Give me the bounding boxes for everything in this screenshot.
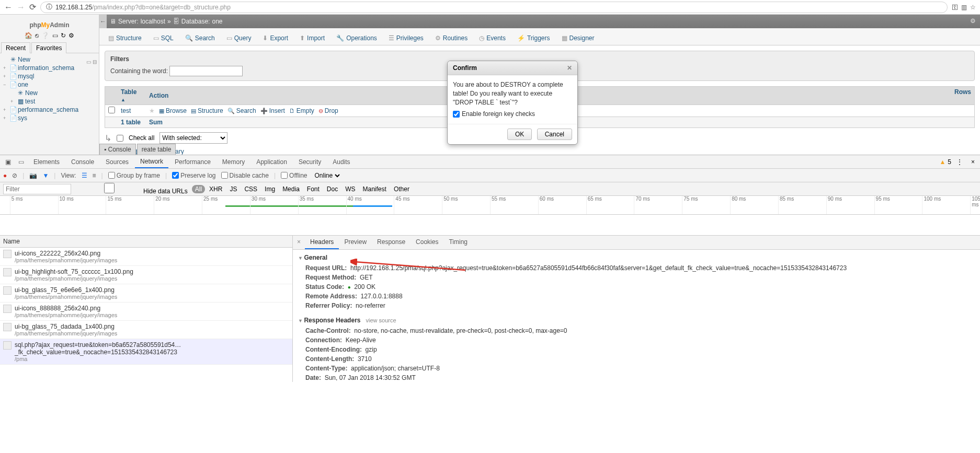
network-request-row[interactable]: ui-bg_glass_75_e6e6e6_1x400.png/pma/them… [0,284,292,303]
devtools-tab-application[interactable]: Application [251,156,292,168]
tree-node[interactable]: ✳New [3,89,96,97]
browse-action[interactable]: ▦Browse [159,107,187,114]
col-table[interactable]: Table ▲ [118,87,146,104]
dialog-close-icon[interactable]: ✕ [567,64,572,72]
filter-type-all[interactable]: All [192,185,205,193]
collapse-sidebar-button[interactable]: ← [99,15,107,28]
detail-tab-preview[interactable]: Preview [339,236,372,249]
enable-fk-checkbox[interactable] [453,110,460,119]
drop-action[interactable]: ⊖Drop [318,107,338,114]
clear-button[interactable]: ⊘ [12,172,17,179]
timeline-overview[interactable] [0,215,980,236]
detail-tab-headers[interactable]: Headers [305,236,339,249]
sql-icon[interactable]: ▭ [52,32,58,39]
filter-type-media[interactable]: Media [279,185,303,193]
filter-type-doc[interactable]: Doc [324,185,341,193]
tab-recent[interactable]: Recent [1,42,30,53]
toptab-import[interactable]: ⬆Import [295,31,329,45]
cancel-button[interactable]: Cancel [537,129,572,140]
with-selected-select[interactable]: With selected: [159,132,227,144]
response-headers-section-header[interactable]: Response Headersview source [298,315,975,326]
filter-type-css[interactable]: CSS [241,185,260,193]
ok-button[interactable]: OK [507,129,532,140]
console-tab[interactable]: ▪ Console [99,144,136,155]
timeline[interactable]: 5 ms10 ms15 ms20 ms25 ms30 ms35 ms40 ms4… [0,196,980,215]
favorite-star-icon[interactable]: ★ [149,107,155,114]
table-name-link[interactable]: test [121,107,131,114]
view-source-link[interactable]: view source [366,317,396,323]
devtools-menu-icon[interactable]: ⋮ [953,158,966,166]
reload-icon[interactable]: ↻ [61,32,66,39]
tree-node[interactable]: +📄performance_schema [3,106,96,114]
filter-type-font[interactable]: Font [304,185,323,193]
general-section-header[interactable]: General [298,252,975,263]
check-all-checkbox[interactable] [117,135,123,142]
network-request-row[interactable]: ui-bg_highlight-soft_75_cccccc_1x100.png… [0,266,292,284]
detail-tab-cookies[interactable]: Cookies [411,236,443,249]
back-button[interactable]: ← [4,3,13,12]
detail-tab-timing[interactable]: Timing [443,236,473,249]
docs-icon[interactable]: ❔ [41,32,49,39]
devtools-tab-console[interactable]: Console [66,156,99,168]
toptab-structure[interactable]: ▤Structure [104,31,146,45]
create-table-tab[interactable]: reate table [137,144,176,155]
devtools-close-icon[interactable]: × [968,158,978,166]
insert-action[interactable]: ➕Insert [260,107,285,114]
home-icon[interactable]: 🏠 [25,32,32,39]
detail-tab-response[interactable]: Response [372,236,411,249]
devtools-tab-performance[interactable]: Performance [169,156,216,168]
logout-icon[interactable]: ⎋ [35,32,39,39]
tree-node[interactable]: +📄mysql [3,72,96,80]
disable-cache-checkbox[interactable] [221,172,228,179]
close-detail-icon[interactable]: × [293,236,305,249]
filter-type-ws[interactable]: WS [342,185,358,193]
page-settings-icon[interactable]: ⚙ [970,17,976,25]
collapse-handle[interactable]: ▭ ⊟ [86,59,97,65]
col-rows[interactable]: Rows [943,87,974,104]
structure-action[interactable]: ▤Structure [191,107,223,114]
key-icon[interactable]: ⚿ [952,4,958,11]
devtools-tab-sources[interactable]: Sources [100,156,134,168]
tab-favorites[interactable]: Favorites [31,42,66,53]
settings-icon[interactable]: ⚙ [69,32,74,39]
toptab-query[interactable]: ▭Query [222,31,256,45]
toptab-triggers[interactable]: ⚡Triggers [512,31,555,45]
devtools-tab-memory[interactable]: Memory [217,156,250,168]
hide-data-urls-checkbox[interactable] [75,183,143,193]
filter-type-other[interactable]: Other [391,185,413,193]
forward-button[interactable]: → [17,3,25,12]
url-bar[interactable]: ⓘ 192.168.1.25/pma/index.php?db=one&targ… [40,2,948,13]
filter-input[interactable] [3,184,71,194]
toptab-export[interactable]: ⬇Export [258,31,293,45]
reload-button[interactable]: ⟳ [29,2,36,12]
device-icon[interactable]: ▭ [15,158,27,166]
offline-checkbox[interactable] [281,172,288,179]
capture-screenshots-icon[interactable]: 📷 [29,172,37,179]
group-by-frame-checkbox[interactable] [108,172,115,179]
toptab-operations[interactable]: 🔧Operations [332,31,382,45]
preserve-log-checkbox[interactable] [172,172,179,179]
filter-toggle-icon[interactable]: ▼ [42,172,49,179]
network-request-row[interactable]: sql.php?ajax_request=true&token=b6a6527a… [0,339,292,365]
breadcrumb-server[interactable]: localhost [141,18,165,25]
containing-word-input[interactable] [169,66,243,76]
view-large-icon[interactable]: ☰ [82,172,87,179]
devtools-tab-security[interactable]: Security [293,156,326,168]
toptab-sql[interactable]: ▭SQL [149,31,178,45]
filter-type-js[interactable]: JS [226,185,240,193]
breadcrumb-db[interactable]: one [212,18,222,25]
devtools-tab-network[interactable]: Network [135,156,168,168]
network-request-row[interactable]: ui-icons_888888_256x240.png/pma/themes/p… [0,303,292,321]
toptab-routines[interactable]: ⚙Routines [430,31,472,45]
puzzle-icon[interactable]: ▥ [961,4,967,11]
view-small-icon[interactable]: ≡ [93,172,96,179]
tree-node[interactable]: +📄sys [3,114,96,122]
tree-node[interactable]: +▦test [3,97,96,106]
inspect-icon[interactable]: ▣ [2,158,14,166]
filter-type-img[interactable]: Img [261,185,278,193]
record-button[interactable]: ● [3,172,7,179]
toptab-privileges[interactable]: ☰Privileges [384,31,428,45]
tree-node[interactable]: ✳New [3,55,96,64]
toptab-search[interactable]: 🔍Search [180,31,220,45]
star-icon[interactable]: ☆ [970,4,976,11]
